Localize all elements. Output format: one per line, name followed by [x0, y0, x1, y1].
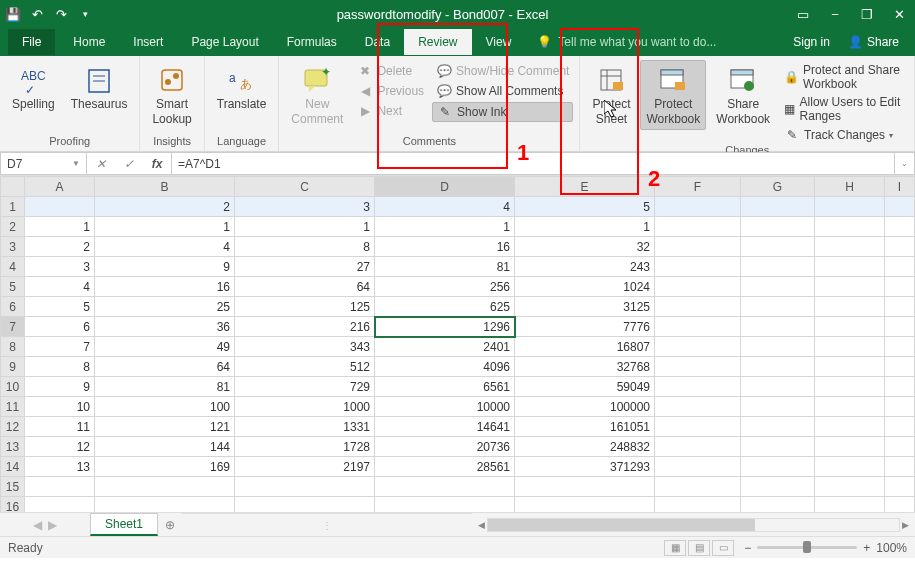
column-header-H[interactable]: H — [815, 177, 885, 197]
cell[interactable]: 2401 — [375, 337, 515, 357]
cell[interactable]: 1 — [95, 217, 235, 237]
cell[interactable]: 3125 — [515, 297, 655, 317]
cell[interactable] — [885, 397, 915, 417]
cell[interactable] — [815, 477, 885, 497]
cell[interactable]: 12 — [25, 437, 95, 457]
cell[interactable] — [25, 497, 95, 513]
cell[interactable]: 121 — [95, 417, 235, 437]
cell[interactable] — [655, 357, 741, 377]
show-ink-button[interactable]: ✎ Show Ink — [432, 102, 573, 122]
protect-workbook-button[interactable]: Protect Workbook — [640, 60, 706, 130]
scroll-right-icon[interactable]: ▶ — [900, 520, 911, 530]
cell[interactable]: 9 — [95, 257, 235, 277]
cell[interactable] — [95, 497, 235, 513]
cell[interactable] — [655, 417, 741, 437]
cell[interactable]: 144 — [95, 437, 235, 457]
cell[interactable]: 8 — [235, 237, 375, 257]
page-break-view-icon[interactable]: ▭ — [712, 540, 734, 556]
cell[interactable] — [741, 477, 815, 497]
cell[interactable] — [741, 277, 815, 297]
cell[interactable] — [235, 477, 375, 497]
tell-me-search[interactable]: 💡 Tell me what you want to do... — [525, 35, 783, 49]
translate-button[interactable]: aあ Translate — [211, 60, 273, 115]
cell[interactable] — [655, 377, 741, 397]
normal-view-icon[interactable]: ▦ — [664, 540, 686, 556]
row-header[interactable]: 7 — [1, 317, 25, 337]
cell[interactable] — [235, 497, 375, 513]
row-header[interactable]: 3 — [1, 237, 25, 257]
cell[interactable]: 8 — [25, 357, 95, 377]
cell[interactable]: 256 — [375, 277, 515, 297]
row-header[interactable]: 10 — [1, 377, 25, 397]
allow-edit-ranges-button[interactable]: ▦ Allow Users to Edit Ranges — [780, 94, 908, 124]
cell[interactable] — [655, 277, 741, 297]
cell[interactable]: 161051 — [515, 417, 655, 437]
cell[interactable] — [375, 497, 515, 513]
cell[interactable]: 729 — [235, 377, 375, 397]
cell[interactable] — [741, 417, 815, 437]
cell[interactable] — [815, 217, 885, 237]
track-changes-button[interactable]: ✎ Track Changes ▾ — [780, 126, 908, 144]
cell[interactable] — [655, 257, 741, 277]
cell[interactable] — [885, 197, 915, 217]
cell[interactable] — [815, 297, 885, 317]
cell[interactable] — [885, 217, 915, 237]
formula-bar[interactable]: =A7^D1 — [171, 152, 895, 175]
cell[interactable] — [885, 237, 915, 257]
cell[interactable]: 14641 — [375, 417, 515, 437]
cell[interactable] — [25, 197, 95, 217]
cell[interactable] — [655, 397, 741, 417]
tab-review[interactable]: Review — [404, 29, 471, 55]
new-comment-button[interactable]: ✦ New Comment — [285, 60, 349, 130]
spreadsheet-grid[interactable]: ABCDEFGHI1234521111132481632439278124354… — [0, 176, 915, 512]
cell[interactable] — [815, 197, 885, 217]
row-header[interactable]: 9 — [1, 357, 25, 377]
cell[interactable]: 20736 — [375, 437, 515, 457]
cell[interactable]: 1000 — [235, 397, 375, 417]
zoom-out-icon[interactable]: − — [744, 541, 751, 555]
next-comment-button[interactable]: ▶ Next — [353, 102, 428, 120]
row-header[interactable]: 6 — [1, 297, 25, 317]
cell[interactable]: 5 — [515, 197, 655, 217]
cell[interactable]: 3 — [25, 257, 95, 277]
previous-comment-button[interactable]: ◀ Previous — [353, 82, 428, 100]
cell[interactable]: 7 — [25, 337, 95, 357]
cell[interactable] — [815, 257, 885, 277]
cell[interactable] — [885, 277, 915, 297]
cell[interactable] — [885, 477, 915, 497]
scrollbar-thumb[interactable] — [488, 519, 755, 531]
cell[interactable]: 64 — [95, 357, 235, 377]
undo-icon[interactable]: ↶ — [28, 5, 46, 23]
cell[interactable] — [655, 317, 741, 337]
cell[interactable] — [885, 257, 915, 277]
scroll-left-icon[interactable]: ◀ — [476, 520, 487, 530]
tab-formulas[interactable]: Formulas — [273, 29, 351, 55]
show-all-comments-button[interactable]: 💬 Show All Comments — [432, 82, 573, 100]
cell[interactable]: 2197 — [235, 457, 375, 477]
name-box-dropdown-icon[interactable]: ▼ — [72, 159, 80, 168]
fx-icon[interactable]: fx — [143, 157, 171, 171]
zoom-in-icon[interactable]: + — [863, 541, 870, 555]
row-header[interactable]: 4 — [1, 257, 25, 277]
row-header[interactable]: 14 — [1, 457, 25, 477]
cell[interactable] — [815, 397, 885, 417]
show-hide-comment-button[interactable]: 💬 Show/Hide Comment — [432, 62, 573, 80]
cell[interactable] — [741, 377, 815, 397]
cell[interactable]: 10000 — [375, 397, 515, 417]
cell[interactable]: 6561 — [375, 377, 515, 397]
cell[interactable]: 216 — [235, 317, 375, 337]
save-icon[interactable]: 💾 — [4, 5, 22, 23]
cell[interactable] — [741, 357, 815, 377]
cell[interactable] — [515, 497, 655, 513]
new-sheet-button[interactable]: ⊕ — [158, 513, 182, 536]
cell[interactable] — [815, 317, 885, 337]
cell[interactable]: 49 — [95, 337, 235, 357]
cell[interactable] — [885, 357, 915, 377]
cell[interactable] — [655, 337, 741, 357]
cell[interactable] — [885, 497, 915, 513]
enter-formula-icon[interactable]: ✓ — [115, 157, 143, 171]
spelling-button[interactable]: ABC✓ Spelling — [6, 60, 61, 115]
minimize-icon[interactable]: − — [823, 2, 847, 26]
name-box[interactable]: D7 ▼ — [0, 152, 86, 175]
cell[interactable]: 32 — [515, 237, 655, 257]
